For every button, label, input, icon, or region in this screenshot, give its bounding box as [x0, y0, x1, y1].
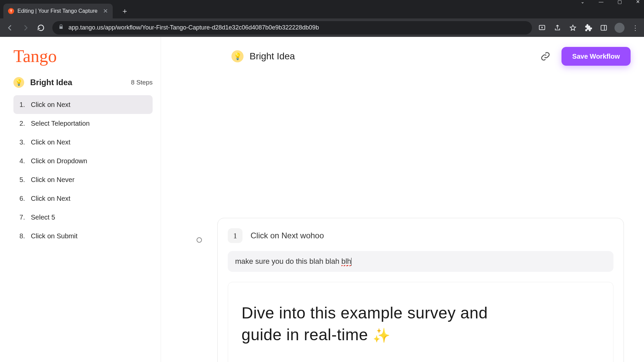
step-card: 1 Click on Next wohoo make sure you do t… [217, 218, 624, 362]
tango-logo[interactable]: Tango [13, 48, 153, 65]
window-close-icon[interactable]: ✕ [636, 0, 640, 4]
step-desc-typo: blh [341, 257, 351, 265]
step-item-number: 1. [19, 101, 31, 109]
step-item-label: Click on Next [31, 195, 70, 202]
sidebar: Tango 💡 Bright Idea 8 Steps 1.Click on N… [0, 37, 161, 362]
step-count: 8 Steps [131, 79, 153, 86]
step-item-number: 5. [19, 176, 31, 184]
step-card-header: 1 Click on Next wohoo [228, 228, 613, 243]
step-item-number: 7. [19, 214, 31, 221]
reload-button[interactable] [35, 22, 47, 34]
toolbar-right: ⋮ [537, 23, 640, 33]
lightbulb-icon: 💡 [231, 50, 244, 62]
link-icon[interactable] [539, 50, 552, 63]
step-desc-text: make sure you do this blah blah [235, 257, 341, 265]
sidebar-step-item[interactable]: 8.Click on Submit [13, 227, 153, 245]
save-workflow-button[interactable]: Save Workflow [561, 47, 631, 66]
step-item-label: Click on Never [31, 176, 74, 184]
text-cursor [351, 258, 352, 266]
tab-title: Editing | Your First Tango Capture [17, 8, 98, 14]
sidebar-step-item[interactable]: 7.Select 5 [13, 208, 153, 227]
step-item-label: Click on Next [31, 138, 70, 146]
sidebar-step-item[interactable]: 2.Select Teleportation [13, 114, 153, 133]
step-item-label: Click on Dropdown [31, 157, 87, 165]
screenshot-text: Dive into this example survey and guide … [241, 302, 600, 346]
step-item-number: 6. [19, 195, 31, 202]
sidebar-step-item[interactable]: 4.Click on Dropdown [13, 152, 153, 170]
window-minimize-icon[interactable]: ― [599, 0, 603, 4]
sidebar-step-item[interactable]: 1.Click on Next [13, 95, 153, 114]
tab-favicon-icon: T [8, 8, 14, 14]
lightbulb-icon: 💡 [13, 77, 24, 88]
window-maximize-icon[interactable]: ▢ [618, 0, 622, 4]
window-controls: ⌄ ― ▢ ✕ [0, 0, 644, 4]
main-panel: 💡 Bright Idea Save Workflow 1 Click on N… [161, 37, 644, 362]
forward-button[interactable] [19, 22, 32, 34]
steps-list: 1.Click on Next2.Select Teleportation3.C… [13, 95, 153, 245]
browser-chrome: ⌄ ― ▢ ✕ T Editing | Your First Tango Cap… [0, 0, 644, 37]
step-number-badge: 1 [228, 228, 243, 243]
main-title: Bright Idea [250, 51, 295, 62]
back-button[interactable] [4, 22, 16, 34]
step-screenshot: Dive into this example survey and guide … [228, 282, 613, 362]
side-panel-icon[interactable] [599, 23, 608, 33]
step-title[interactable]: Click on Next wohoo [251, 231, 324, 240]
step-card-wrap: 1 Click on Next wohoo make sure you do t… [217, 218, 624, 362]
share-icon[interactable] [553, 23, 562, 33]
sidebar-step-item[interactable]: 6.Click on Next [13, 189, 153, 208]
browser-toolbar: app.tango.us/app/workflow/Your-First-Tan… [0, 18, 644, 37]
browser-tab[interactable]: T Editing | Your First Tango Capture ✕ [3, 4, 113, 18]
address-bar[interactable]: app.tango.us/app/workflow/Your-First-Tan… [52, 21, 532, 35]
tab-strip: T Editing | Your First Tango Capture ✕ ＋ [0, 4, 644, 18]
profile-avatar[interactable] [614, 23, 625, 33]
window-chevron-icon[interactable]: ⌄ [581, 0, 585, 4]
workflow-header: 💡 Bright Idea 8 Steps [13, 77, 153, 88]
top-actions: Save Workflow [539, 47, 631, 66]
lock-icon [58, 24, 64, 31]
step-item-number: 2. [19, 120, 31, 127]
drag-handle-icon[interactable] [197, 237, 202, 243]
sidebar-step-item[interactable]: 5.Click on Never [13, 170, 153, 189]
kebab-menu-icon[interactable]: ⋮ [631, 23, 640, 33]
tab-close-icon[interactable]: ✕ [103, 7, 108, 15]
workflow-title: Bright Idea [30, 78, 131, 87]
step-description-input[interactable]: make sure you do this blah blah blh [228, 251, 613, 272]
sparkle-icon: ✨ [373, 327, 390, 343]
step-item-label: Select Teleportation [31, 120, 90, 127]
app-root: Tango 💡 Bright Idea 8 Steps 1.Click on N… [0, 37, 644, 362]
step-item-number: 4. [19, 157, 31, 165]
extensions-icon[interactable] [584, 23, 593, 33]
step-item-label: Click on Next [31, 101, 70, 109]
step-item-label: Click on Submit [31, 232, 77, 240]
url-text: app.tango.us/app/workflow/Your-First-Tan… [68, 24, 319, 31]
step-item-number: 3. [19, 138, 31, 146]
step-item-number: 8. [19, 232, 31, 240]
sidebar-step-item[interactable]: 3.Click on Next [13, 133, 153, 152]
step-item-label: Select 5 [31, 214, 55, 221]
svg-rect-1 [601, 25, 607, 30]
bookmark-star-icon[interactable] [568, 23, 578, 33]
new-tab-button[interactable]: ＋ [119, 5, 131, 17]
install-app-icon[interactable] [537, 23, 547, 33]
